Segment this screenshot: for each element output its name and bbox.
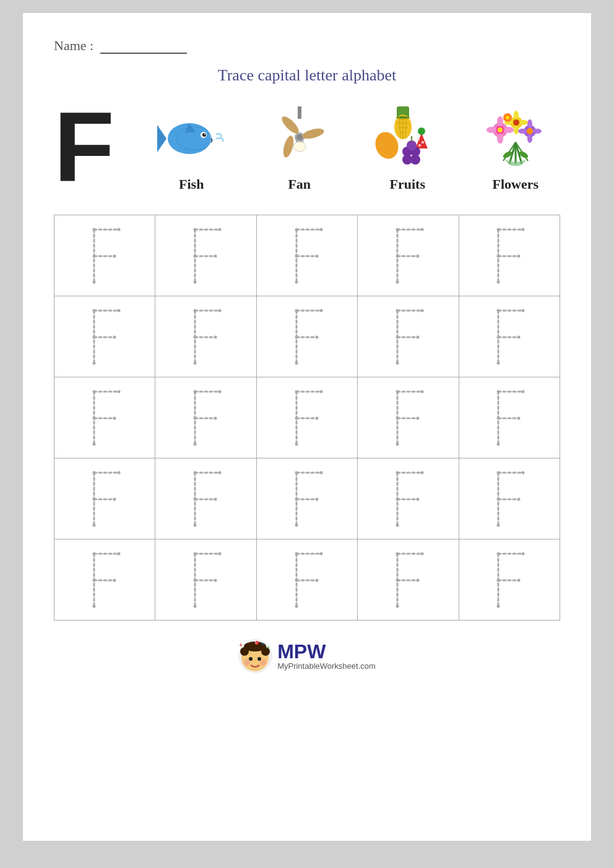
- svg-point-5: [202, 133, 206, 137]
- svg-point-83: [295, 228, 298, 231]
- trace-cell[interactable]: [54, 215, 155, 296]
- svg-point-76: [218, 228, 222, 231]
- svg-point-93: [396, 254, 399, 257]
- svg-rect-7: [298, 106, 301, 119]
- svg-text:+: +: [248, 641, 251, 645]
- trace-cell[interactable]: [358, 539, 459, 620]
- svg-point-163: [295, 390, 298, 393]
- svg-point-91: [396, 228, 399, 231]
- svg-point-239: [194, 604, 197, 608]
- trace-cell[interactable]: [155, 215, 256, 296]
- trace-cell[interactable]: [54, 296, 155, 377]
- svg-point-179: [497, 390, 500, 393]
- trace-cell[interactable]: [358, 458, 459, 539]
- svg-point-124: [319, 309, 322, 312]
- svg-point-244: [319, 552, 322, 555]
- svg-point-75: [194, 228, 197, 231]
- svg-point-132: [420, 309, 423, 312]
- fruits-image: [370, 103, 444, 171]
- trace-cell[interactable]: [155, 458, 256, 539]
- trace-cell[interactable]: [54, 377, 155, 458]
- image-item-fan: Fan: [262, 103, 337, 192]
- trace-cell[interactable]: [459, 458, 560, 539]
- svg-text:0: 0: [255, 641, 257, 645]
- trace-cell[interactable]: [358, 215, 459, 296]
- svg-text:B: B: [262, 642, 264, 646]
- svg-point-260: [522, 552, 525, 555]
- svg-point-203: [295, 471, 298, 474]
- svg-point-187: [92, 471, 95, 474]
- fish-image: [154, 103, 228, 171]
- svg-point-157: [194, 416, 197, 419]
- svg-point-196: [218, 471, 222, 474]
- image-item-flowers: Flowers: [478, 103, 553, 192]
- svg-point-236: [218, 552, 222, 555]
- trace-cell[interactable]: [459, 215, 560, 296]
- svg-point-101: [497, 254, 500, 257]
- trace-cell[interactable]: [459, 539, 560, 620]
- images-row: Fish: [147, 103, 560, 192]
- worksheet-page: Name : Trace capital letter alphabet F: [22, 12, 592, 841]
- trace-cell[interactable]: [257, 539, 358, 620]
- svg-point-52: [514, 111, 519, 119]
- trace-cell[interactable]: [257, 215, 358, 296]
- svg-point-78: [214, 254, 217, 257]
- trace-cell[interactable]: [155, 296, 256, 377]
- svg-point-134: [416, 335, 419, 338]
- trace-cell[interactable]: [459, 377, 560, 458]
- flowers-label: Flowers: [492, 176, 538, 192]
- svg-point-103: [497, 280, 500, 283]
- svg-point-63: [506, 116, 509, 119]
- svg-text:4: 4: [240, 643, 242, 647]
- svg-point-86: [315, 254, 318, 257]
- svg-point-204: [319, 471, 322, 474]
- image-item-fish: Fish: [154, 103, 228, 192]
- svg-point-99: [497, 228, 500, 231]
- svg-point-61: [533, 129, 542, 134]
- svg-point-85: [295, 254, 298, 257]
- svg-point-266: [240, 647, 249, 656]
- fish-label: Fish: [179, 176, 204, 192]
- trace-cell[interactable]: [257, 458, 358, 539]
- svg-point-126: [315, 335, 318, 338]
- svg-point-127: [295, 361, 298, 364]
- svg-point-14: [293, 142, 306, 152]
- svg-point-231: [92, 604, 95, 608]
- svg-point-57: [527, 128, 533, 134]
- trace-cell[interactable]: [257, 296, 358, 377]
- svg-point-238: [214, 578, 217, 582]
- svg-point-190: [113, 497, 116, 501]
- trace-cell[interactable]: [54, 539, 155, 620]
- trace-row: [54, 458, 560, 539]
- svg-point-222: [517, 497, 521, 501]
- svg-point-111: [92, 361, 95, 364]
- letter-section: F: [54, 103, 560, 196]
- trace-cell[interactable]: [155, 539, 256, 620]
- svg-point-32: [407, 140, 417, 150]
- svg-point-251: [396, 552, 399, 555]
- svg-point-92: [420, 228, 423, 231]
- trace-cell[interactable]: [358, 296, 459, 377]
- trace-cell[interactable]: [54, 458, 155, 539]
- svg-point-48: [486, 127, 496, 133]
- svg-point-199: [194, 523, 197, 526]
- trace-cell[interactable]: [257, 377, 358, 458]
- svg-marker-1: [157, 125, 166, 152]
- trace-cell[interactable]: [459, 296, 560, 377]
- svg-point-45: [498, 127, 503, 132]
- trace-row: [54, 539, 560, 620]
- svg-point-116: [218, 309, 222, 312]
- trace-cell[interactable]: [358, 377, 459, 458]
- svg-point-181: [497, 416, 500, 419]
- name-line: Name :: [54, 38, 560, 54]
- svg-point-139: [497, 309, 500, 312]
- trace-cell[interactable]: [155, 377, 256, 458]
- svg-point-268: [249, 657, 253, 661]
- svg-point-182: [517, 416, 521, 419]
- svg-point-69: [92, 254, 95, 257]
- svg-point-28: [422, 141, 424, 144]
- svg-point-55: [519, 120, 528, 125]
- svg-point-207: [295, 523, 298, 526]
- svg-point-71: [92, 280, 95, 283]
- svg-point-100: [522, 228, 525, 231]
